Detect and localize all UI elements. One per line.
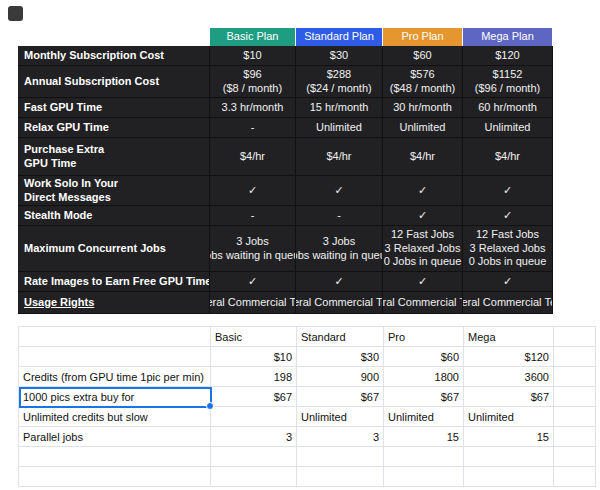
row-label: Rate Images to Earn Free GPU Time [18,272,210,292]
sheet-cell[interactable]: 15 [384,427,464,447]
sheet-cell[interactable] [554,407,596,427]
cell: $30 [296,46,383,66]
sheet-cell[interactable] [211,407,297,427]
sheet-cell[interactable] [384,467,464,487]
fill-handle[interactable] [206,402,214,410]
sheet-cell[interactable] [554,327,596,347]
pricing-comparison-table[interactable]: Basic Plan Standard Plan Pro Plan Mega P… [18,28,553,314]
sheet-cell[interactable] [554,387,596,407]
sheet-cell[interactable] [554,467,596,487]
sheet-cell[interactable]: Pro [384,327,464,347]
checkmark-cell: ✓ [463,206,553,226]
cell: General Commercial Terms [210,292,296,314]
sheet-cell[interactable] [19,327,211,347]
sheet-cell[interactable]: $67 [464,387,554,407]
usage-rights-link[interactable]: Usage Rights [18,292,210,314]
sheet-cell[interactable]: $67 [384,387,464,407]
sheet-cell[interactable]: 3 [297,427,384,447]
sheet-cell[interactable] [297,447,384,467]
cell: - [210,206,296,226]
sheet-cell[interactable]: Standard [297,327,384,347]
sheet-cell[interactable]: Unlimited [464,407,554,427]
plan-header-standard: Standard Plan [296,28,383,46]
cell-selection[interactable] [19,387,212,408]
table-row: Purchase Extra GPU Time $4/hr $4/hr $4/h… [18,138,553,176]
cell: $576 ($48 / month) [383,66,463,98]
sheet-cell[interactable] [554,427,596,447]
sheet-cell[interactable]: 1800 [384,367,464,387]
checkmark-cell: ✓ [383,206,463,226]
sheet-row [19,467,596,487]
row-label: Fast GPU Time [18,98,210,118]
sheet-row: Parallel jobs 3 3 15 15 [19,427,596,447]
cell: 15 hr/month [296,98,383,118]
sheet-cell[interactable] [464,447,554,467]
sheet-cell[interactable]: 198 [211,367,297,387]
checkmark-cell: ✓ [210,272,296,292]
sheet-cell[interactable]: 3600 [464,367,554,387]
row-label: Relax GPU Time [18,118,210,138]
table-row: Fast GPU Time 3.3 hr/month 15 hr/month 3… [18,98,553,118]
sheet-cell[interactable]: Credits (from GPU time 1pic per min) [19,367,211,387]
cell: 3 Jobs Jobs waiting in queue [210,226,296,272]
sheet-row: Unlimited credits but slow Unlimited Unl… [19,407,596,427]
cell: General Commercial Terms [383,292,463,314]
cell: $4/hr [210,138,296,176]
checkmark-cell: ✓ [210,176,296,206]
sheet-cell[interactable]: $67 [211,387,297,407]
sheet-row [19,447,596,467]
sheet-cell[interactable] [19,467,211,487]
sheet-cell[interactable] [19,347,211,367]
checkmark-cell: ✓ [383,272,463,292]
sheet-cell[interactable]: Unlimited [297,407,384,427]
sheet-cell[interactable]: 3 [211,427,297,447]
checkmark-cell: ✓ [383,176,463,206]
table-row: Monthly Subscription Cost $10 $30 $60 $1… [18,46,553,66]
table-row: Usage Rights General Commercial Terms Ge… [18,292,553,314]
table-row: Stealth Mode - - ✓ ✓ [18,206,553,226]
checkmark-cell: ✓ [296,272,383,292]
plan-header-pro: Pro Plan [383,28,463,46]
sheet-cell[interactable]: Basic [211,327,297,347]
sheet-cell[interactable] [464,467,554,487]
cell: 12 Fast Jobs 3 Relaxed Jobs 0 Jobs in qu… [463,226,553,272]
sheet-cell[interactable]: Mega [464,327,554,347]
cell: $120 [463,46,553,66]
sheet-cell[interactable] [19,447,211,467]
sheet-cell[interactable] [554,367,596,387]
sheet-cell[interactable]: $60 [384,347,464,367]
cell: 30 hr/month [383,98,463,118]
cell: Unlimited [296,118,383,138]
sheet-row: Basic Standard Pro Mega [19,327,596,347]
row-label: Stealth Mode [18,206,210,226]
row-label: Annual Subscription Cost [18,66,210,98]
cell: Unlimited [383,118,463,138]
sheet-cell[interactable]: Unlimited credits but slow [19,407,211,427]
cell: $1152 ($96 / month) [463,66,553,98]
cell: 60 hr/month [463,98,553,118]
sheet-cell[interactable] [554,447,596,467]
cell: - [210,118,296,138]
sheet-cell[interactable] [554,347,596,367]
row-label: Purchase Extra GPU Time [18,138,210,176]
sheet-cell[interactable]: $30 [297,347,384,367]
sheet-cell[interactable] [211,467,297,487]
cell: - [296,206,383,226]
cell: $96 ($8 / month) [210,66,296,98]
cell: $4/hr [463,138,553,176]
table-row: Annual Subscription Cost $96 ($8 / month… [18,66,553,98]
cell: $60 [383,46,463,66]
sheet-cell[interactable]: $67 [297,387,384,407]
sheet-cell[interactable]: $10 [211,347,297,367]
sheet-cell[interactable]: 900 [297,367,384,387]
sheet-cell[interactable] [297,467,384,487]
sheet-cell[interactable]: $120 [464,347,554,367]
sheet-cell[interactable]: Unlimited [384,407,464,427]
sheet-cell[interactable]: Parallel jobs [19,427,211,447]
cell: $10 [210,46,296,66]
sheet-cell[interactable]: 15 [464,427,554,447]
sheet-cell[interactable] [384,447,464,467]
row-label: Maximum Concurrent Jobs [18,226,210,272]
sheet-cell[interactable] [211,447,297,467]
cell: Unlimited [463,118,553,138]
